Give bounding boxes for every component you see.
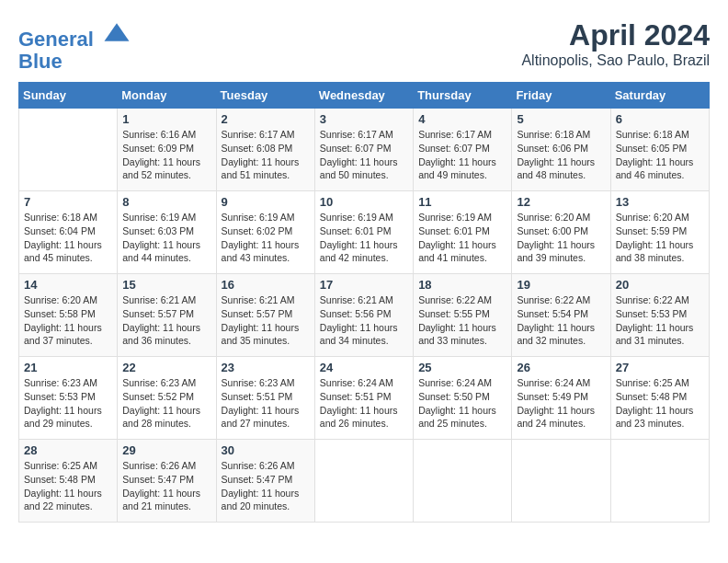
- day-number: 25: [418, 361, 506, 374]
- location: Altinopolis, Sao Paulo, Brazil: [521, 52, 710, 69]
- column-header-friday: Friday: [512, 83, 610, 109]
- calendar-week-row: 1Sunrise: 6:16 AMSunset: 6:09 PMDaylight…: [19, 109, 710, 191]
- day-number: 16: [222, 278, 310, 292]
- calendar-cell: 8Sunrise: 6:19 AMSunset: 6:03 PMDaylight…: [118, 191, 216, 274]
- logo-icon: [103, 18, 131, 46]
- day-number: 3: [320, 112, 408, 126]
- day-info: Sunrise: 6:22 AMSunset: 5:53 PMDaylight:…: [616, 293, 704, 348]
- day-info: Sunrise: 6:25 AMSunset: 5:48 PMDaylight:…: [616, 376, 704, 431]
- day-info: Sunrise: 6:20 AMSunset: 5:58 PMDaylight:…: [24, 293, 112, 348]
- day-number: 11: [418, 195, 506, 209]
- logo-general: General: [18, 28, 94, 51]
- day-info: Sunrise: 6:18 AMSunset: 6:04 PMDaylight:…: [24, 211, 112, 265]
- calendar-cell: 7Sunrise: 6:18 AMSunset: 6:04 PMDaylight…: [19, 191, 118, 274]
- day-info: Sunrise: 6:21 AMSunset: 5:57 PMDaylight:…: [122, 293, 210, 348]
- day-number: 20: [616, 278, 704, 292]
- calendar-cell: 9Sunrise: 6:19 AMSunset: 6:02 PMDaylight…: [216, 191, 314, 274]
- day-number: 12: [517, 195, 605, 209]
- logo-text: General: [18, 18, 131, 51]
- calendar-cell: [610, 440, 709, 523]
- day-number: 26: [517, 361, 605, 374]
- day-info: Sunrise: 6:18 AMSunset: 6:05 PMDaylight:…: [616, 128, 704, 182]
- day-info: Sunrise: 6:24 AMSunset: 5:51 PMDaylight:…: [320, 376, 408, 431]
- day-number: 5: [517, 112, 605, 126]
- day-number: 8: [122, 195, 210, 209]
- logo: General Blue: [18, 18, 131, 73]
- day-info: Sunrise: 6:21 AMSunset: 5:56 PMDaylight:…: [320, 293, 408, 348]
- day-number: 27: [616, 361, 704, 374]
- calendar-cell: 26Sunrise: 6:24 AMSunset: 5:49 PMDayligh…: [512, 357, 610, 440]
- day-info: Sunrise: 6:23 AMSunset: 5:52 PMDaylight:…: [122, 376, 210, 431]
- calendar-cell: 3Sunrise: 6:17 AMSunset: 6:07 PMDaylight…: [314, 109, 413, 191]
- calendar-cell: 18Sunrise: 6:22 AMSunset: 5:55 PMDayligh…: [414, 274, 512, 357]
- day-info: Sunrise: 6:20 AMSunset: 5:59 PMDaylight:…: [616, 211, 704, 265]
- day-info: Sunrise: 6:22 AMSunset: 5:54 PMDaylight:…: [517, 293, 605, 348]
- calendar-week-row: 14Sunrise: 6:20 AMSunset: 5:58 PMDayligh…: [19, 274, 710, 357]
- calendar-cell: 21Sunrise: 6:23 AMSunset: 5:53 PMDayligh…: [19, 357, 118, 440]
- day-info: Sunrise: 6:19 AMSunset: 6:01 PMDaylight:…: [320, 211, 408, 265]
- logo-blue: Blue: [18, 51, 131, 73]
- day-number: 2: [222, 112, 310, 126]
- day-number: 24: [320, 361, 408, 374]
- calendar-table: SundayMondayTuesdayWednesdayThursdayFrid…: [18, 82, 710, 523]
- calendar-cell: [414, 440, 512, 523]
- day-info: Sunrise: 6:19 AMSunset: 6:03 PMDaylight:…: [122, 211, 210, 265]
- calendar-cell: 19Sunrise: 6:22 AMSunset: 5:54 PMDayligh…: [512, 274, 610, 357]
- column-header-wednesday: Wednesday: [314, 83, 413, 109]
- day-info: Sunrise: 6:26 AMSunset: 5:47 PMDaylight:…: [222, 459, 310, 513]
- day-number: 29: [122, 443, 210, 457]
- calendar-week-row: 28Sunrise: 6:25 AMSunset: 5:48 PMDayligh…: [19, 440, 710, 523]
- calendar-cell: 15Sunrise: 6:21 AMSunset: 5:57 PMDayligh…: [118, 274, 216, 357]
- day-number: 1: [122, 112, 210, 126]
- calendar-cell: [512, 440, 610, 523]
- calendar-cell: 11Sunrise: 6:19 AMSunset: 6:01 PMDayligh…: [414, 191, 512, 274]
- day-info: Sunrise: 6:22 AMSunset: 5:55 PMDaylight:…: [418, 293, 506, 348]
- calendar-cell: 30Sunrise: 6:26 AMSunset: 5:47 PMDayligh…: [216, 440, 314, 523]
- calendar-cell: 27Sunrise: 6:25 AMSunset: 5:48 PMDayligh…: [610, 357, 709, 440]
- calendar-cell: 28Sunrise: 6:25 AMSunset: 5:48 PMDayligh…: [19, 440, 118, 523]
- calendar-cell: 25Sunrise: 6:24 AMSunset: 5:50 PMDayligh…: [414, 357, 512, 440]
- day-number: 21: [24, 361, 112, 374]
- day-number: 19: [517, 278, 605, 292]
- calendar-cell: 22Sunrise: 6:23 AMSunset: 5:52 PMDayligh…: [118, 357, 216, 440]
- column-header-sunday: Sunday: [19, 83, 118, 109]
- day-info: Sunrise: 6:21 AMSunset: 5:57 PMDaylight:…: [222, 293, 310, 348]
- day-info: Sunrise: 6:18 AMSunset: 6:06 PMDaylight:…: [517, 128, 605, 182]
- day-number: 17: [320, 278, 408, 292]
- day-number: 15: [122, 278, 210, 292]
- calendar-cell: [19, 109, 118, 191]
- day-info: Sunrise: 6:16 AMSunset: 6:09 PMDaylight:…: [122, 128, 210, 182]
- day-number: 10: [320, 195, 408, 209]
- calendar-cell: 12Sunrise: 6:20 AMSunset: 6:00 PMDayligh…: [512, 191, 610, 274]
- calendar-cell: 23Sunrise: 6:23 AMSunset: 5:51 PMDayligh…: [216, 357, 314, 440]
- day-number: 13: [616, 195, 704, 209]
- day-info: Sunrise: 6:17 AMSunset: 6:07 PMDaylight:…: [418, 128, 506, 182]
- column-header-thursday: Thursday: [414, 83, 512, 109]
- day-info: Sunrise: 6:19 AMSunset: 6:02 PMDaylight:…: [222, 211, 310, 265]
- day-info: Sunrise: 6:19 AMSunset: 6:01 PMDaylight:…: [418, 211, 506, 265]
- title-block: April 2024 Altinopolis, Sao Paulo, Brazi…: [521, 18, 710, 69]
- svg-marker-0: [105, 23, 130, 41]
- calendar-cell: 24Sunrise: 6:24 AMSunset: 5:51 PMDayligh…: [314, 357, 413, 440]
- day-info: Sunrise: 6:23 AMSunset: 5:51 PMDaylight:…: [222, 376, 310, 431]
- day-number: 6: [616, 112, 704, 126]
- day-number: 14: [24, 278, 112, 292]
- day-number: 4: [418, 112, 506, 126]
- calendar-cell: 5Sunrise: 6:18 AMSunset: 6:06 PMDaylight…: [512, 109, 610, 191]
- column-header-tuesday: Tuesday: [216, 83, 314, 109]
- page-header: General Blue April 2024 Altinopolis, Sao…: [18, 18, 710, 73]
- day-number: 28: [24, 443, 112, 457]
- calendar-cell: 17Sunrise: 6:21 AMSunset: 5:56 PMDayligh…: [314, 274, 413, 357]
- calendar-cell: [314, 440, 413, 523]
- calendar-cell: 29Sunrise: 6:26 AMSunset: 5:47 PMDayligh…: [118, 440, 216, 523]
- day-info: Sunrise: 6:24 AMSunset: 5:50 PMDaylight:…: [418, 376, 506, 431]
- day-info: Sunrise: 6:23 AMSunset: 5:53 PMDaylight:…: [24, 376, 112, 431]
- calendar-cell: 4Sunrise: 6:17 AMSunset: 6:07 PMDaylight…: [414, 109, 512, 191]
- calendar-week-row: 21Sunrise: 6:23 AMSunset: 5:53 PMDayligh…: [19, 357, 710, 440]
- month-title: April 2024: [521, 18, 710, 52]
- day-info: Sunrise: 6:17 AMSunset: 6:08 PMDaylight:…: [222, 128, 310, 182]
- column-header-monday: Monday: [118, 83, 216, 109]
- calendar-cell: 2Sunrise: 6:17 AMSunset: 6:08 PMDaylight…: [216, 109, 314, 191]
- calendar-cell: 1Sunrise: 6:16 AMSunset: 6:09 PMDaylight…: [118, 109, 216, 191]
- calendar-header-row: SundayMondayTuesdayWednesdayThursdayFrid…: [19, 83, 710, 109]
